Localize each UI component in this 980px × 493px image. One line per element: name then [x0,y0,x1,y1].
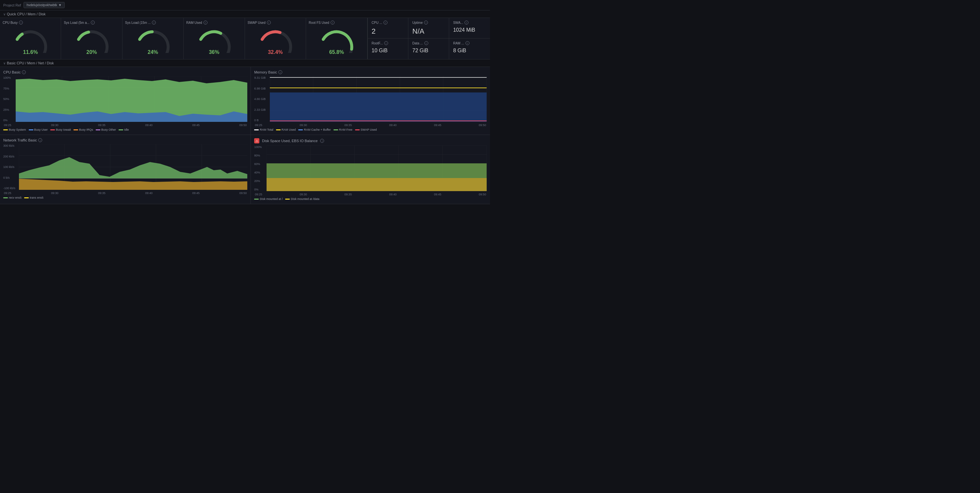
stat-cell: Data ... i 72 GiB [408,38,449,59]
stat-title: Uptime i [412,21,445,24]
gauge-title: CPU Busy i [3,21,58,24]
stat-info-icon: i [383,21,387,24]
gauge-panel: Sys Load (5m a... i 20% [61,18,122,59]
mem-legend: RAM Total RAM Used RAM Cache + Buffer RA… [254,128,487,131]
stat-title: RootF... i [372,41,404,45]
mem-x-labels: 09:25 09:30 09:35 09:40 09:45 09:50 [254,124,487,127]
chevron-icon-2: ∨ [3,61,6,65]
stat-cell: RAM ... i 8 GiB [449,38,490,59]
stat-cell: CPU ... i 2 [368,18,409,38]
disk-x-labels: 09:25 09:30 09:35 09:40 09:45 09:50 [254,193,487,196]
stat-info-icon: i [424,21,428,24]
stat-info-icon: i [465,21,468,24]
disk-y-labels: 100% 80% 60% 40% 20% 0% [254,145,267,191]
gauge-info-icon: i [204,21,207,24]
gauge-panel: RAM Used i 36% [184,18,245,59]
gauge-value: 11.6% [23,49,38,55]
svg-marker-55 [267,178,487,191]
gauge-info-icon: i [91,21,95,24]
chevron-icon: ∨ [3,13,6,16]
info-icon-disk: i [320,139,324,143]
network-chart-panel: Network Traffic Basic i 300 kb/s 200 kb/… [0,135,251,204]
memory-chart-svg [270,76,487,122]
gauge-panel: Root FS Used i 65.8% [306,18,367,59]
gauge-container: 11.6% [3,27,58,56]
legend-recv: recv ens5 [3,196,22,199]
stat-cell: Uptime i N/A [408,18,449,38]
stat-cell: SWA... i 1024 MiB [449,18,490,38]
charts-area: CPU Basic i 100% 75% 50% 25% 0% [0,67,490,204]
gauge-value: 65.8% [329,49,344,55]
alert-icon: ⚠ [254,138,259,143]
project-ref-label: Project Ref [3,3,21,7]
info-icon: i [22,70,26,74]
cpu-chart-panel: CPU Basic i 100% 75% 50% 25% 0% [0,67,251,135]
quick-section-label: Quick CPU / Mem / Disk [7,12,46,16]
stat-title: SWA... i [453,21,486,24]
network-chart-title: Network Traffic Basic i [3,138,247,142]
gauge-title: Sys Load (5m a... i [64,21,119,24]
project-ref-select[interactable]: hvdelujxlxstpxkhwbtk ▼ [24,2,64,8]
svg-marker-41 [19,179,247,190]
legend-trans: trans ens5 [24,196,43,199]
gauge-container: 65.8% [309,27,364,56]
disk-chart-panel: ⚠ Disk Space Used, EBS IO Balance i 100%… [251,135,490,204]
charts-row-2: Network Traffic Basic i 300 kb/s 200 kb/… [0,135,490,204]
project-ref-value: hvdelujxlxstpxkhwbtk [27,3,57,7]
cpu-y-labels: 100% 75% 50% 25% 0% [3,76,16,122]
stat-value: 1024 MiB [453,27,486,33]
cpu-x-labels: 09:25 09:30 09:35 09:40 09:45 09:50 [3,124,247,127]
gauge-container: 20% [64,27,119,56]
svg-marker-40 [19,157,247,178]
gauge-title: Root FS Used i [309,21,364,24]
gauge-title: Sys Load (15m ... i [125,21,181,24]
legend-ram-cache: RAM Cache + Buffer [298,128,331,131]
stat-title: RAM ... i [453,41,486,45]
stat-grid: CPU ... i 2 Uptime i N/A SWA... i 1024 M… [368,18,490,59]
quick-stats-row: CPU Busy i 11.6% Sys Load (5m a... i 20%… [0,18,490,59]
gauge-value: 36% [209,49,219,55]
svg-marker-24 [270,92,487,122]
info-icon-net: i [38,138,42,142]
gauge-info-icon: i [267,21,271,24]
legend-busy-other: Busy Other [96,128,116,131]
legend-busy-system: Busy System [3,128,26,131]
legend-swap-used: SWAP Used [355,128,377,131]
disk-chart-svg [267,145,487,191]
gauge-info-icon: i [19,21,23,24]
quick-section-header: ∨ Quick CPU / Mem / Disk [0,10,490,18]
cpu-chart-title: CPU Basic i [3,70,247,74]
gauge-container: 24% [125,27,181,56]
gauge-panel: CPU Busy i 11.6% [0,18,61,59]
network-chart-svg [19,144,247,190]
stat-info-icon: i [466,41,469,45]
gauge-panel: SWAP Used i 32.4% [245,18,306,59]
memory-chart-panel: Memory Basic i 9.31 GiB 6.98 GiB 4.66 Gi… [251,67,490,135]
legend-ram-used: RAM Used [276,128,296,131]
memory-chart-title: Memory Basic i [254,70,487,74]
cpu-legend: Busy System Busy User Busy Iowait Busy I… [3,128,247,131]
stat-value: 2 [372,27,404,36]
legend-busy-iowait: Busy Iowait [50,128,71,131]
gauge-title: RAM Used i [186,21,242,24]
gauge-value: 32.4% [268,49,283,55]
stat-title: Data ... i [412,41,445,45]
stat-title: CPU ... i [372,21,404,24]
net-y-labels: 300 kb/s 200 kb/s 100 kb/s 0 b/s -100 kb… [3,144,19,190]
mem-y-labels: 9.31 GiB 6.98 GiB 4.66 GiB 2.33 GiB 0 B [254,76,270,122]
chevron-down-icon: ▼ [59,3,62,7]
stat-value: 72 GiB [412,48,445,54]
stat-value: 10 GiB [372,48,404,54]
gauge-info-icon: i [331,21,334,24]
legend-disk-data: Disk mounted at /data [285,197,320,200]
legend-ram-free: RAM Free [334,128,353,131]
stat-cell: RootF... i 10 GiB [368,38,409,59]
legend-disk-root: Disk mounted at / [254,197,283,200]
stat-value: 8 GiB [453,48,486,54]
gauge-value: 20% [87,49,97,55]
gauge-container: 36% [186,27,242,56]
legend-ram-total: RAM Total [254,128,273,131]
basic-section-label: Basic CPU / Mem / Net / Disk [7,61,54,65]
info-icon-mem: i [278,70,282,74]
gauge-panel: Sys Load (15m ... i 24% [123,18,184,59]
